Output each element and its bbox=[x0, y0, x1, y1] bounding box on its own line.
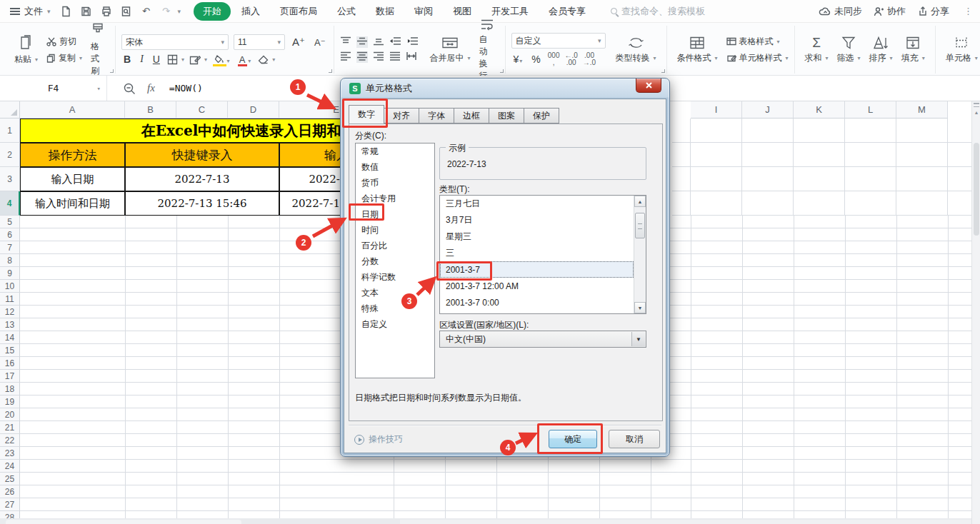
category-item-科学记数[interactable]: 科学记数 bbox=[356, 269, 434, 285]
row-header-22[interactable]: 22 bbox=[0, 434, 20, 447]
comma-style-button[interactable]: 000, bbox=[548, 52, 560, 66]
row-header-19[interactable]: 19 bbox=[0, 395, 20, 408]
formula-input[interactable]: =NOW() bbox=[169, 83, 203, 94]
new-file-button[interactable] bbox=[58, 4, 75, 19]
sheet-tabstrip[interactable] bbox=[0, 518, 971, 524]
row-header-20[interactable]: 20 bbox=[0, 408, 20, 421]
distributed-button[interactable] bbox=[406, 51, 417, 63]
sheet-cell-b4[interactable]: 2022-7-13 15:46 bbox=[125, 191, 279, 216]
row-header-16[interactable]: 16 bbox=[0, 357, 20, 370]
currency-button[interactable]: ¥▾ bbox=[511, 54, 525, 65]
justify-button[interactable] bbox=[389, 51, 401, 63]
dialog-tab-保护[interactable]: 保护 bbox=[524, 108, 559, 124]
overflow-menu-icon[interactable]: ⋮ bbox=[964, 6, 974, 16]
dialog-tab-对齐[interactable]: 对齐 bbox=[384, 108, 419, 124]
merge-center-button[interactable]: 合并居中▾ bbox=[426, 34, 475, 66]
more-actions-chevron-icon[interactable]: ▾ bbox=[178, 8, 181, 15]
share-button[interactable]: 分享 bbox=[917, 5, 949, 18]
select-all-corner[interactable] bbox=[0, 101, 20, 119]
sheet-cell-b3[interactable]: 2022-7-13 bbox=[125, 167, 279, 191]
scrollbar-thumb[interactable] bbox=[974, 143, 979, 236]
row-header-7[interactable]: 7 bbox=[0, 241, 20, 254]
locale-combobox[interactable]: 中文(中国) ▼ bbox=[439, 331, 646, 348]
ribbon-tab-会员专享[interactable]: 会员专享 bbox=[539, 2, 595, 21]
category-item-百分比[interactable]: 百分比 bbox=[356, 238, 434, 253]
borders-button[interactable]: ▾ bbox=[167, 54, 184, 65]
row-header-21[interactable]: 21 bbox=[0, 421, 20, 434]
category-item-特殊[interactable]: 特殊 bbox=[356, 301, 434, 316]
type-item[interactable]: 三月七日 bbox=[440, 196, 634, 212]
vertical-scrollbar[interactable]: ▲ bbox=[971, 101, 980, 524]
align-right-button[interactable] bbox=[373, 51, 384, 63]
ribbon-tab-页面布局[interactable]: 页面布局 bbox=[271, 2, 326, 21]
row-header-13[interactable]: 13 bbox=[0, 318, 20, 331]
draw-border-button[interactable]: ▾ bbox=[189, 54, 207, 65]
category-item-自定义[interactable]: 自定义 bbox=[356, 316, 434, 332]
combo-dropdown-icon[interactable]: ▼ bbox=[631, 332, 645, 346]
ribbon-tab-插入[interactable]: 插入 bbox=[232, 2, 269, 21]
row-header-1[interactable]: 1 bbox=[0, 119, 20, 143]
cancel-button[interactable]: 取消 bbox=[609, 430, 660, 448]
wrap-text-button[interactable]: 自动换行 bbox=[475, 16, 499, 84]
sheet-cell-header-b2[interactable]: 快捷键录入 bbox=[125, 143, 279, 167]
column-header-C[interactable]: C bbox=[176, 101, 228, 119]
table-style-button[interactable]: 表格样式▾ bbox=[726, 36, 789, 48]
row-header-27[interactable]: 27 bbox=[0, 498, 20, 511]
scroll-up-icon[interactable]: ▲ bbox=[972, 110, 980, 115]
column-header-K[interactable]: K bbox=[794, 101, 845, 119]
shrink-font-button[interactable]: A⁻ bbox=[312, 37, 328, 48]
align-left-button[interactable] bbox=[340, 51, 351, 63]
file-menu[interactable]: 文件 ▾ bbox=[6, 5, 55, 18]
increase-indent-button[interactable] bbox=[406, 36, 419, 48]
scroll-up-button[interactable]: ▲ bbox=[634, 196, 646, 207]
italic-button[interactable]: I bbox=[138, 54, 146, 65]
cut-button[interactable]: 剪切 bbox=[46, 36, 82, 48]
underline-button[interactable]: U bbox=[151, 54, 162, 65]
split-handle[interactable] bbox=[974, 103, 979, 107]
type-item[interactable]: 2001-3-7 12:00 AM bbox=[440, 278, 634, 294]
row-header-24[interactable]: 24 bbox=[0, 460, 20, 473]
column-header-I[interactable]: I bbox=[691, 101, 742, 119]
paste-button[interactable]: 粘贴▾ bbox=[10, 33, 42, 67]
sheet-cell-a4[interactable]: 输入时间和日期 bbox=[20, 191, 125, 216]
cell-style-button[interactable]: 单元格样式▾ bbox=[726, 52, 789, 64]
font-name-select[interactable]: 宋体▾ bbox=[121, 34, 229, 50]
row-header-15[interactable]: 15 bbox=[0, 344, 20, 357]
category-item-常规[interactable]: 常规 bbox=[356, 143, 434, 159]
column-header-B[interactable]: B bbox=[125, 101, 176, 119]
sheet-cell-a3[interactable]: 输入日期 bbox=[20, 167, 125, 191]
column-header-L[interactable]: L bbox=[845, 101, 896, 119]
category-item-数值[interactable]: 数值 bbox=[356, 159, 434, 175]
conditional-format-button[interactable]: 条件格式▾ bbox=[673, 34, 722, 66]
ribbon-tab-开始[interactable]: 开始 bbox=[194, 2, 231, 21]
row-header-26[interactable]: 26 bbox=[0, 485, 20, 498]
sync-status[interactable]: 未同步 bbox=[819, 5, 862, 18]
ok-button[interactable]: 确定 bbox=[549, 430, 597, 448]
dialog-titlebar[interactable]: S 单元格格式 bbox=[341, 79, 669, 99]
sheet-cell-header-a2[interactable]: 操作方法 bbox=[20, 143, 125, 167]
print-preview-button[interactable] bbox=[118, 4, 135, 19]
dialog-tab-字体[interactable]: 字体 bbox=[419, 108, 454, 124]
column-header-A[interactable]: A bbox=[20, 101, 125, 119]
font-color-button[interactable]: A ▾ bbox=[237, 54, 254, 65]
type-scrollbar-thumb[interactable] bbox=[635, 213, 645, 238]
command-search[interactable]: 查找命令、搜索模板 bbox=[611, 5, 705, 18]
row-header-23[interactable]: 23 bbox=[0, 447, 20, 460]
type-list-scrollbar[interactable]: ▲ ▼ bbox=[634, 196, 646, 313]
align-center-button[interactable] bbox=[356, 51, 368, 63]
row-header-17[interactable]: 17 bbox=[0, 370, 20, 383]
row-header-6[interactable]: 6 bbox=[0, 228, 20, 241]
category-listbox[interactable]: 常规数值货币会计专用日期时间百分比分数科学记数文本特殊自定义 bbox=[355, 143, 435, 378]
scroll-down-button[interactable]: ▼ bbox=[634, 302, 646, 313]
dialog-tab-数字[interactable]: 数字 bbox=[349, 105, 384, 124]
row-header-4[interactable]: 4 bbox=[0, 191, 20, 216]
align-middle-button[interactable] bbox=[356, 36, 368, 48]
column-header-M[interactable]: M bbox=[896, 101, 948, 119]
dialog-tab-图案[interactable]: 图案 bbox=[489, 108, 524, 124]
category-item-日期[interactable]: 日期 bbox=[356, 206, 434, 222]
type-item[interactable]: 三 bbox=[440, 245, 634, 261]
row-header-12[interactable]: 12 bbox=[0, 306, 20, 318]
ribbon-tab-数据[interactable]: 数据 bbox=[366, 2, 404, 21]
column-header-J[interactable]: J bbox=[742, 101, 794, 119]
dialog-tab-边框[interactable]: 边框 bbox=[454, 108, 489, 124]
